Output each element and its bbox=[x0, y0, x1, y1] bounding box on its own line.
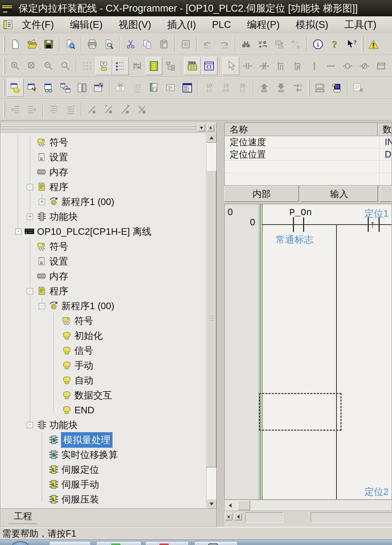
dec-signed-10-button[interactable]: 10 bbox=[217, 79, 234, 97]
dec-10-button[interactable]: 10(..) bbox=[201, 79, 217, 97]
find-button[interactable] bbox=[238, 35, 254, 53]
dialog-display-button[interactable] bbox=[162, 79, 179, 97]
toolbar-grip[interactable] bbox=[308, 80, 310, 96]
print-button[interactable] bbox=[84, 35, 101, 53]
workspace-titlebar[interactable]: ▾ x bbox=[0, 123, 216, 133]
tree-item-label[interactable]: 伺服定位 bbox=[61, 462, 99, 477]
paste-special-button[interactable] bbox=[177, 35, 194, 53]
monitor-options-button[interactable] bbox=[350, 79, 367, 97]
tree-item-symbol-12[interactable]: 符号 bbox=[1, 314, 216, 328]
tree-item-label[interactable]: 内存 bbox=[49, 269, 68, 284]
compare-transfer-button[interactable] bbox=[289, 79, 306, 97]
tree-item-program-10[interactable]: -程序 bbox=[1, 284, 216, 299]
tree-item-fblock-5[interactable]: +功能块 bbox=[1, 209, 216, 224]
workspace-button[interactable] bbox=[7, 79, 24, 97]
tree-item-section-17[interactable]: 数据交互 bbox=[1, 388, 216, 403]
tree-item-section-13[interactable]: 初始化 bbox=[1, 328, 216, 343]
windows-taskbar[interactable] bbox=[0, 540, 392, 545]
tree-item-settings-8[interactable]: 设置 bbox=[1, 254, 216, 269]
collapse-expander[interactable]: - bbox=[27, 184, 33, 190]
tree-item-fb-ladder-22[interactable]: L伺服定位 bbox=[1, 462, 216, 477]
toolbar-grip[interactable] bbox=[3, 36, 5, 52]
collapse-expander[interactable]: - bbox=[15, 229, 21, 235]
menu-5[interactable]: PLC bbox=[204, 16, 239, 33]
print-preview-button[interactable] bbox=[101, 35, 117, 53]
tree-scrollbar[interactable] bbox=[206, 133, 216, 509]
fb-protect-button[interactable] bbox=[146, 79, 162, 97]
collapse-expander[interactable]: - bbox=[27, 288, 33, 294]
tree-item-fb-ladder-24[interactable]: L伺服压装 bbox=[1, 492, 216, 507]
variable-tab-2[interactable]: 输入 bbox=[301, 186, 378, 202]
zoom-tool-button[interactable] bbox=[24, 57, 40, 75]
tree-item-symbol-0[interactable]: 符号 bbox=[1, 135, 216, 150]
io-table-button[interactable] bbox=[129, 57, 146, 75]
toolbar-grip[interactable] bbox=[3, 102, 5, 118]
variable-type-cell[interactable] bbox=[380, 173, 392, 185]
open-file-button[interactable] bbox=[24, 35, 40, 53]
properties-button[interactable] bbox=[90, 79, 107, 97]
variable-row[interactable]: 定位速度INT bbox=[225, 136, 392, 148]
variable-row[interactable]: 定位位置DINT bbox=[225, 148, 392, 161]
tree-item-fb-st-20[interactable]: S模拟量处理 bbox=[1, 433, 216, 447]
info-button[interactable]: i bbox=[310, 35, 326, 53]
rung-comment-list-button[interactable] bbox=[112, 57, 129, 75]
scroll-down-button[interactable] bbox=[207, 499, 217, 509]
collapse-expander[interactable]: - bbox=[39, 303, 45, 309]
tree-item-fblock-19[interactable]: -功能块 bbox=[1, 418, 216, 433]
cut-button[interactable] bbox=[122, 35, 139, 53]
column-header-datatype[interactable]: 数 bbox=[377, 123, 392, 136]
new-or-closed-contact-button[interactable] bbox=[289, 57, 306, 75]
tree-item-settings-1[interactable]: 设置 bbox=[1, 150, 216, 165]
io-monitor-button[interactable]: 001002 bbox=[179, 79, 196, 97]
tree-view-button[interactable] bbox=[162, 57, 179, 75]
tree-item-label[interactable]: 自动 bbox=[74, 373, 93, 388]
variable-name-cell[interactable]: 定位速度 bbox=[225, 136, 380, 148]
output-window-button[interactable] bbox=[24, 79, 40, 97]
tree-item-section-14[interactable]: 信号 bbox=[1, 343, 216, 358]
rung-select-up-button[interactable] bbox=[45, 101, 62, 119]
tree-item-task-4[interactable]: +新程序1 (00) bbox=[1, 194, 216, 209]
mark-undo-button[interactable] bbox=[101, 101, 117, 119]
tree-item-label[interactable]: 模拟量处理 bbox=[61, 433, 112, 447]
mark-redo-button[interactable] bbox=[117, 101, 134, 119]
warning-button[interactable] bbox=[365, 35, 382, 53]
tree-item-label[interactable]: 符号 bbox=[74, 314, 93, 328]
online-disk-button[interactable] bbox=[311, 79, 328, 97]
scroll-up-button[interactable] bbox=[207, 133, 217, 143]
tree-item-plc-6[interactable]: -OP10_PLC2[CP1H-E] 离线 bbox=[1, 224, 216, 239]
menu-2[interactable]: 编辑(E) bbox=[62, 16, 110, 33]
simulator-button[interactable] bbox=[328, 79, 345, 97]
change-ab-button[interactable]: AB bbox=[288, 35, 305, 53]
workspace-close-button[interactable]: x bbox=[207, 124, 214, 131]
copy-button[interactable] bbox=[139, 35, 156, 53]
contact-operand[interactable]: P_On bbox=[289, 207, 312, 218]
variable-row[interactable] bbox=[225, 161, 392, 173]
variable-tab-1[interactable]: 内部 bbox=[224, 186, 299, 202]
mark-clear-button[interactable] bbox=[134, 101, 151, 119]
variable-name-cell[interactable]: 定位位置 bbox=[225, 148, 380, 160]
watch-collapse-button[interactable] bbox=[234, 513, 242, 520]
menu-1[interactable]: 文件(F) bbox=[14, 16, 62, 33]
upload-button[interactable] bbox=[256, 79, 273, 97]
indent-left-button[interactable] bbox=[7, 101, 24, 119]
tree-item-memory-9[interactable]: 内存 bbox=[1, 269, 216, 284]
variable-type-cell[interactable]: INT bbox=[380, 136, 392, 148]
tree-item-label[interactable]: 信号 bbox=[74, 343, 93, 358]
variable-name-cell[interactable] bbox=[225, 161, 380, 173]
find-in-project-button[interactable] bbox=[62, 35, 79, 53]
tree-item-label[interactable]: 初始化 bbox=[74, 328, 103, 343]
menu-9[interactable]: 窗口(W) bbox=[384, 16, 392, 33]
fb-usage-button[interactable] bbox=[129, 79, 146, 97]
tree-item-symbol-7[interactable]: 符号 bbox=[1, 239, 216, 254]
zoom-fit-button[interactable] bbox=[57, 57, 74, 75]
pending-output-operand[interactable]: 定位2 bbox=[364, 485, 388, 498]
tree-item-label[interactable]: 功能块 bbox=[49, 418, 78, 433]
select-tool-button[interactable] bbox=[222, 57, 239, 75]
menu-4[interactable]: 插入(I) bbox=[159, 16, 204, 33]
ladder-diagram[interactable]: 0 0 P_On 常通标志 ↑ 定位1 定位2 bbox=[224, 204, 392, 500]
tree-item-label[interactable]: 伺服手动 bbox=[61, 477, 99, 492]
new-closed-coil-button[interactable] bbox=[356, 57, 373, 75]
monitor-transfer-button[interactable] bbox=[271, 35, 288, 53]
expand-expander[interactable]: + bbox=[39, 199, 45, 205]
new-closed-contact-button[interactable] bbox=[256, 57, 273, 75]
